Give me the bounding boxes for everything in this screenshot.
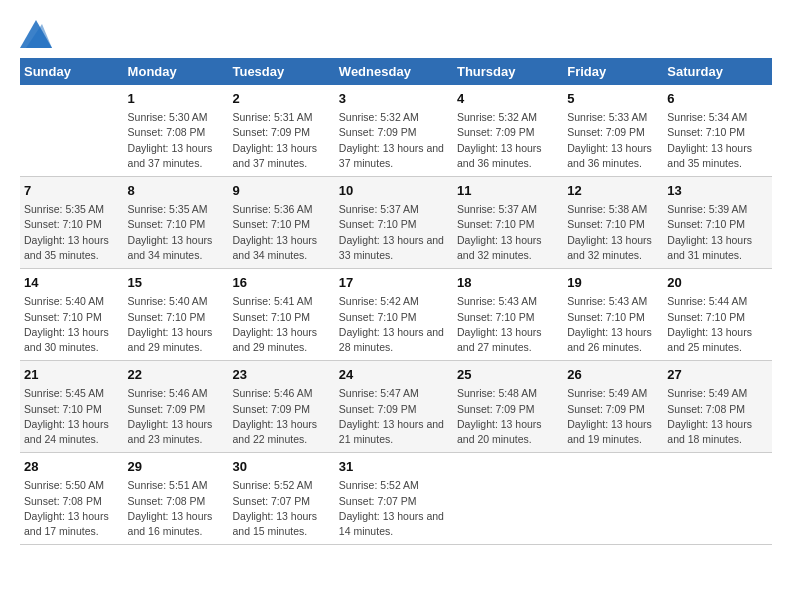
sunset-text: Sunset: 7:07 PM: [339, 494, 449, 509]
sunrise-text: Sunrise: 5:40 AM: [128, 294, 225, 309]
daylight-text: Daylight: 13 hours and 25 minutes.: [667, 325, 768, 355]
calendar-cell: 18Sunrise: 5:43 AMSunset: 7:10 PMDayligh…: [453, 269, 563, 361]
day-number: 25: [457, 366, 559, 384]
sunset-text: Sunset: 7:10 PM: [128, 217, 225, 232]
calendar-cell: 7Sunrise: 5:35 AMSunset: 7:10 PMDaylight…: [20, 177, 124, 269]
day-info: Sunrise: 5:35 AMSunset: 7:10 PMDaylight:…: [128, 202, 225, 263]
day-info: Sunrise: 5:31 AMSunset: 7:09 PMDaylight:…: [232, 110, 330, 171]
day-number: 12: [567, 182, 659, 200]
day-number: 15: [128, 274, 225, 292]
calendar-cell: 8Sunrise: 5:35 AMSunset: 7:10 PMDaylight…: [124, 177, 229, 269]
daylight-text: Daylight: 13 hours and 29 minutes.: [232, 325, 330, 355]
day-number: 14: [24, 274, 120, 292]
calendar-cell: 3Sunrise: 5:32 AMSunset: 7:09 PMDaylight…: [335, 85, 453, 177]
calendar-cell: 31Sunrise: 5:52 AMSunset: 7:07 PMDayligh…: [335, 453, 453, 545]
sunset-text: Sunset: 7:09 PM: [339, 125, 449, 140]
daylight-text: Daylight: 13 hours and 29 minutes.: [128, 325, 225, 355]
daylight-text: Daylight: 13 hours and 32 minutes.: [457, 233, 559, 263]
sunset-text: Sunset: 7:10 PM: [339, 310, 449, 325]
sunset-text: Sunset: 7:10 PM: [457, 310, 559, 325]
column-header-saturday: Saturday: [663, 58, 772, 85]
sunrise-text: Sunrise: 5:47 AM: [339, 386, 449, 401]
daylight-text: Daylight: 13 hours and 31 minutes.: [667, 233, 768, 263]
calendar-cell: 25Sunrise: 5:48 AMSunset: 7:09 PMDayligh…: [453, 361, 563, 453]
day-info: Sunrise: 5:40 AMSunset: 7:10 PMDaylight:…: [24, 294, 120, 355]
day-info: Sunrise: 5:34 AMSunset: 7:10 PMDaylight:…: [667, 110, 768, 171]
day-info: Sunrise: 5:52 AMSunset: 7:07 PMDaylight:…: [232, 478, 330, 539]
sunrise-text: Sunrise: 5:42 AM: [339, 294, 449, 309]
sunrise-text: Sunrise: 5:39 AM: [667, 202, 768, 217]
day-number: 16: [232, 274, 330, 292]
day-info: Sunrise: 5:47 AMSunset: 7:09 PMDaylight:…: [339, 386, 449, 447]
daylight-text: Daylight: 13 hours and 20 minutes.: [457, 417, 559, 447]
day-number: 29: [128, 458, 225, 476]
day-info: Sunrise: 5:41 AMSunset: 7:10 PMDaylight:…: [232, 294, 330, 355]
sunrise-text: Sunrise: 5:41 AM: [232, 294, 330, 309]
day-number: 17: [339, 274, 449, 292]
sunset-text: Sunset: 7:09 PM: [567, 402, 659, 417]
calendar-cell: 21Sunrise: 5:45 AMSunset: 7:10 PMDayligh…: [20, 361, 124, 453]
day-info: Sunrise: 5:44 AMSunset: 7:10 PMDaylight:…: [667, 294, 768, 355]
calendar-cell: 12Sunrise: 5:38 AMSunset: 7:10 PMDayligh…: [563, 177, 663, 269]
sunrise-text: Sunrise: 5:43 AM: [567, 294, 659, 309]
day-info: Sunrise: 5:46 AMSunset: 7:09 PMDaylight:…: [232, 386, 330, 447]
calendar-cell: 16Sunrise: 5:41 AMSunset: 7:10 PMDayligh…: [228, 269, 334, 361]
daylight-text: Daylight: 13 hours and 17 minutes.: [24, 509, 120, 539]
daylight-text: Daylight: 13 hours and 35 minutes.: [24, 233, 120, 263]
daylight-text: Daylight: 13 hours and 37 minutes.: [339, 141, 449, 171]
sunrise-text: Sunrise: 5:32 AM: [457, 110, 559, 125]
day-number: 6: [667, 90, 768, 108]
daylight-text: Daylight: 13 hours and 32 minutes.: [567, 233, 659, 263]
sunset-text: Sunset: 7:08 PM: [128, 125, 225, 140]
sunset-text: Sunset: 7:09 PM: [232, 402, 330, 417]
calendar-cell: [20, 85, 124, 177]
day-info: Sunrise: 5:52 AMSunset: 7:07 PMDaylight:…: [339, 478, 449, 539]
day-info: Sunrise: 5:48 AMSunset: 7:09 PMDaylight:…: [457, 386, 559, 447]
day-info: Sunrise: 5:43 AMSunset: 7:10 PMDaylight:…: [457, 294, 559, 355]
sunrise-text: Sunrise: 5:30 AM: [128, 110, 225, 125]
sunrise-text: Sunrise: 5:52 AM: [339, 478, 449, 493]
column-header-friday: Friday: [563, 58, 663, 85]
day-number: 9: [232, 182, 330, 200]
calendar-cell: 2Sunrise: 5:31 AMSunset: 7:09 PMDaylight…: [228, 85, 334, 177]
day-number: 4: [457, 90, 559, 108]
day-info: Sunrise: 5:30 AMSunset: 7:08 PMDaylight:…: [128, 110, 225, 171]
sunrise-text: Sunrise: 5:38 AM: [567, 202, 659, 217]
sunrise-text: Sunrise: 5:34 AM: [667, 110, 768, 125]
day-number: 11: [457, 182, 559, 200]
day-info: Sunrise: 5:35 AMSunset: 7:10 PMDaylight:…: [24, 202, 120, 263]
day-number: 28: [24, 458, 120, 476]
day-number: 21: [24, 366, 120, 384]
logo-icon: [20, 20, 52, 48]
column-header-monday: Monday: [124, 58, 229, 85]
day-info: Sunrise: 5:38 AMSunset: 7:10 PMDaylight:…: [567, 202, 659, 263]
daylight-text: Daylight: 13 hours and 35 minutes.: [667, 141, 768, 171]
day-info: Sunrise: 5:36 AMSunset: 7:10 PMDaylight:…: [232, 202, 330, 263]
daylight-text: Daylight: 13 hours and 34 minutes.: [232, 233, 330, 263]
daylight-text: Daylight: 13 hours and 21 minutes.: [339, 417, 449, 447]
sunrise-text: Sunrise: 5:37 AM: [457, 202, 559, 217]
daylight-text: Daylight: 13 hours and 24 minutes.: [24, 417, 120, 447]
day-info: Sunrise: 5:46 AMSunset: 7:09 PMDaylight:…: [128, 386, 225, 447]
sunrise-text: Sunrise: 5:49 AM: [567, 386, 659, 401]
sunrise-text: Sunrise: 5:51 AM: [128, 478, 225, 493]
daylight-text: Daylight: 13 hours and 37 minutes.: [232, 141, 330, 171]
day-info: Sunrise: 5:51 AMSunset: 7:08 PMDaylight:…: [128, 478, 225, 539]
column-header-thursday: Thursday: [453, 58, 563, 85]
sunset-text: Sunset: 7:10 PM: [457, 217, 559, 232]
day-info: Sunrise: 5:37 AMSunset: 7:10 PMDaylight:…: [339, 202, 449, 263]
sunset-text: Sunset: 7:09 PM: [339, 402, 449, 417]
day-info: Sunrise: 5:37 AMSunset: 7:10 PMDaylight:…: [457, 202, 559, 263]
sunset-text: Sunset: 7:09 PM: [457, 402, 559, 417]
calendar-cell: [563, 453, 663, 545]
sunset-text: Sunset: 7:08 PM: [24, 494, 120, 509]
calendar-header-row: SundayMondayTuesdayWednesdayThursdayFrid…: [20, 58, 772, 85]
daylight-text: Daylight: 13 hours and 28 minutes.: [339, 325, 449, 355]
sunset-text: Sunset: 7:09 PM: [232, 125, 330, 140]
daylight-text: Daylight: 13 hours and 37 minutes.: [128, 141, 225, 171]
daylight-text: Daylight: 13 hours and 26 minutes.: [567, 325, 659, 355]
sunrise-text: Sunrise: 5:44 AM: [667, 294, 768, 309]
sunrise-text: Sunrise: 5:48 AM: [457, 386, 559, 401]
calendar-cell: [663, 453, 772, 545]
calendar-cell: 30Sunrise: 5:52 AMSunset: 7:07 PMDayligh…: [228, 453, 334, 545]
